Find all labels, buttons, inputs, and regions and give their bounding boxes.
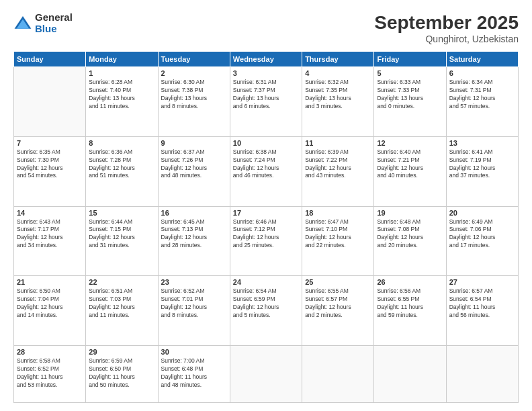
cell-content: Sunrise: 6:57 AMSunset: 6:54 PMDaylight:… bbox=[449, 287, 515, 320]
calendar-cell: 19Sunrise: 6:48 AMSunset: 7:08 PMDayligh… bbox=[374, 206, 446, 276]
location: Qunghirot, Uzbekistan bbox=[374, 34, 519, 44]
page: General Blue September 2025 Qunghirot, U… bbox=[0, 0, 532, 411]
calendar-cell: 29Sunrise: 6:59 AMSunset: 6:50 PMDayligh… bbox=[86, 346, 158, 403]
calendar-cell: 3Sunrise: 6:31 AMSunset: 7:37 PMDaylight… bbox=[230, 67, 302, 137]
cell-content: Sunrise: 6:48 AMSunset: 7:08 PMDaylight:… bbox=[377, 218, 443, 250]
day-number: 3 bbox=[233, 69, 299, 77]
cell-content: Sunrise: 6:51 AMSunset: 7:03 PMDaylight:… bbox=[89, 287, 154, 320]
month-year: September 2025 bbox=[374, 12, 519, 34]
day-number: 14 bbox=[17, 209, 83, 217]
calendar-cell: 27Sunrise: 6:57 AMSunset: 6:54 PMDayligh… bbox=[446, 276, 518, 346]
day-number: 20 bbox=[449, 209, 515, 217]
cell-content: Sunrise: 6:41 AMSunset: 7:19 PMDaylight:… bbox=[449, 148, 515, 181]
cell-content: Sunrise: 6:54 AMSunset: 6:59 PMDaylight:… bbox=[233, 287, 299, 320]
day-number: 28 bbox=[17, 348, 83, 356]
cell-content: Sunrise: 6:32 AMSunset: 7:35 PMDaylight:… bbox=[305, 79, 371, 111]
calendar-cell bbox=[14, 67, 86, 137]
day-number: 16 bbox=[161, 209, 227, 217]
calendar-cell bbox=[230, 346, 302, 403]
day-number: 2 bbox=[161, 69, 227, 77]
calendar-cell: 13Sunrise: 6:41 AMSunset: 7:19 PMDayligh… bbox=[446, 136, 518, 206]
calendar-cell: 22Sunrise: 6:51 AMSunset: 7:03 PMDayligh… bbox=[86, 276, 158, 346]
calendar-cell: 15Sunrise: 6:44 AMSunset: 7:15 PMDayligh… bbox=[86, 206, 158, 276]
day-number: 19 bbox=[377, 209, 443, 217]
calendar-cell: 5Sunrise: 6:33 AMSunset: 7:33 PMDaylight… bbox=[374, 67, 446, 137]
cell-content: Sunrise: 6:46 AMSunset: 7:12 PMDaylight:… bbox=[233, 218, 299, 250]
logo-icon bbox=[13, 14, 32, 33]
calendar-cell: 20Sunrise: 6:49 AMSunset: 7:06 PMDayligh… bbox=[446, 206, 518, 276]
day-number: 8 bbox=[89, 139, 154, 147]
calendar-cell: 24Sunrise: 6:54 AMSunset: 6:59 PMDayligh… bbox=[230, 276, 302, 346]
day-header-wednesday: Wednesday bbox=[230, 52, 302, 67]
day-number: 29 bbox=[89, 348, 154, 356]
logo-general: General bbox=[35, 12, 73, 24]
day-number: 21 bbox=[17, 278, 83, 286]
calendar-cell: 10Sunrise: 6:38 AMSunset: 7:24 PMDayligh… bbox=[230, 136, 302, 206]
day-number: 9 bbox=[161, 139, 227, 147]
day-header-sunday: Sunday bbox=[14, 52, 86, 67]
calendar-cell: 14Sunrise: 6:43 AMSunset: 7:17 PMDayligh… bbox=[14, 206, 86, 276]
day-number: 1 bbox=[89, 69, 154, 77]
day-number: 18 bbox=[305, 209, 371, 217]
day-number: 17 bbox=[233, 209, 299, 217]
calendar-cell: 8Sunrise: 6:36 AMSunset: 7:28 PMDaylight… bbox=[86, 136, 158, 206]
calendar-cell: 26Sunrise: 6:56 AMSunset: 6:55 PMDayligh… bbox=[374, 276, 446, 346]
calendar-cell: 6Sunrise: 6:34 AMSunset: 7:31 PMDaylight… bbox=[446, 67, 518, 137]
cell-content: Sunrise: 6:58 AMSunset: 6:52 PMDaylight:… bbox=[17, 357, 83, 390]
cell-content: Sunrise: 6:38 AMSunset: 7:24 PMDaylight:… bbox=[233, 148, 299, 181]
cell-content: Sunrise: 6:44 AMSunset: 7:15 PMDaylight:… bbox=[89, 218, 154, 250]
day-header-saturday: Saturday bbox=[446, 52, 518, 67]
day-number: 13 bbox=[449, 139, 515, 147]
cell-content: Sunrise: 6:49 AMSunset: 7:06 PMDaylight:… bbox=[449, 218, 515, 250]
day-number: 26 bbox=[377, 278, 443, 286]
day-number: 15 bbox=[89, 209, 154, 217]
day-number: 27 bbox=[449, 278, 515, 286]
day-number: 5 bbox=[377, 69, 443, 77]
calendar-cell: 17Sunrise: 6:46 AMSunset: 7:12 PMDayligh… bbox=[230, 206, 302, 276]
calendar-cell: 11Sunrise: 6:39 AMSunset: 7:22 PMDayligh… bbox=[302, 136, 374, 206]
calendar-cell: 16Sunrise: 6:45 AMSunset: 7:13 PMDayligh… bbox=[158, 206, 230, 276]
cell-content: Sunrise: 6:43 AMSunset: 7:17 PMDaylight:… bbox=[17, 218, 83, 250]
calendar-cell: 23Sunrise: 6:52 AMSunset: 7:01 PMDayligh… bbox=[158, 276, 230, 346]
day-number: 10 bbox=[233, 139, 299, 147]
cell-content: Sunrise: 6:28 AMSunset: 7:40 PMDaylight:… bbox=[89, 79, 154, 111]
calendar-cell: 4Sunrise: 6:32 AMSunset: 7:35 PMDaylight… bbox=[302, 67, 374, 137]
day-header-friday: Friday bbox=[374, 52, 446, 67]
calendar-cell: 7Sunrise: 6:35 AMSunset: 7:30 PMDaylight… bbox=[14, 136, 86, 206]
day-number: 24 bbox=[233, 278, 299, 286]
cell-content: Sunrise: 6:52 AMSunset: 7:01 PMDaylight:… bbox=[161, 287, 227, 320]
cell-content: Sunrise: 7:00 AMSunset: 6:48 PMDaylight:… bbox=[161, 357, 227, 390]
cell-content: Sunrise: 6:59 AMSunset: 6:50 PMDaylight:… bbox=[89, 357, 154, 390]
calendar: SundayMondayTuesdayWednesdayThursdayFrid… bbox=[13, 51, 519, 403]
cell-content: Sunrise: 6:35 AMSunset: 7:30 PMDaylight:… bbox=[17, 148, 83, 181]
calendar-cell bbox=[302, 346, 374, 403]
calendar-cell: 1Sunrise: 6:28 AMSunset: 7:40 PMDaylight… bbox=[86, 67, 158, 137]
calendar-cell bbox=[374, 346, 446, 403]
day-number: 22 bbox=[89, 278, 154, 286]
day-header-tuesday: Tuesday bbox=[158, 52, 230, 67]
day-number: 7 bbox=[17, 139, 83, 147]
calendar-cell: 28Sunrise: 6:58 AMSunset: 6:52 PMDayligh… bbox=[14, 346, 86, 403]
cell-content: Sunrise: 6:45 AMSunset: 7:13 PMDaylight:… bbox=[161, 218, 227, 250]
logo: General Blue bbox=[13, 12, 73, 34]
cell-content: Sunrise: 6:31 AMSunset: 7:37 PMDaylight:… bbox=[233, 79, 299, 111]
calendar-cell bbox=[446, 346, 518, 403]
cell-content: Sunrise: 6:33 AMSunset: 7:33 PMDaylight:… bbox=[377, 79, 443, 111]
cell-content: Sunrise: 6:47 AMSunset: 7:10 PMDaylight:… bbox=[305, 218, 371, 250]
calendar-cell: 2Sunrise: 6:30 AMSunset: 7:38 PMDaylight… bbox=[158, 67, 230, 137]
cell-content: Sunrise: 6:39 AMSunset: 7:22 PMDaylight:… bbox=[305, 148, 371, 181]
cell-content: Sunrise: 6:50 AMSunset: 7:04 PMDaylight:… bbox=[17, 287, 83, 320]
day-number: 25 bbox=[305, 278, 371, 286]
day-number: 30 bbox=[161, 348, 227, 356]
title-block: September 2025 Qunghirot, Uzbekistan bbox=[374, 12, 519, 44]
cell-content: Sunrise: 6:30 AMSunset: 7:38 PMDaylight:… bbox=[161, 79, 227, 111]
logo-blue: Blue bbox=[35, 24, 73, 35]
calendar-cell: 21Sunrise: 6:50 AMSunset: 7:04 PMDayligh… bbox=[14, 276, 86, 346]
calendar-cell: 30Sunrise: 7:00 AMSunset: 6:48 PMDayligh… bbox=[158, 346, 230, 403]
day-number: 12 bbox=[377, 139, 443, 147]
calendar-cell: 12Sunrise: 6:40 AMSunset: 7:21 PMDayligh… bbox=[374, 136, 446, 206]
calendar-cell: 18Sunrise: 6:47 AMSunset: 7:10 PMDayligh… bbox=[302, 206, 374, 276]
day-number: 4 bbox=[305, 69, 371, 77]
header: General Blue September 2025 Qunghirot, U… bbox=[13, 12, 519, 44]
day-number: 23 bbox=[161, 278, 227, 286]
